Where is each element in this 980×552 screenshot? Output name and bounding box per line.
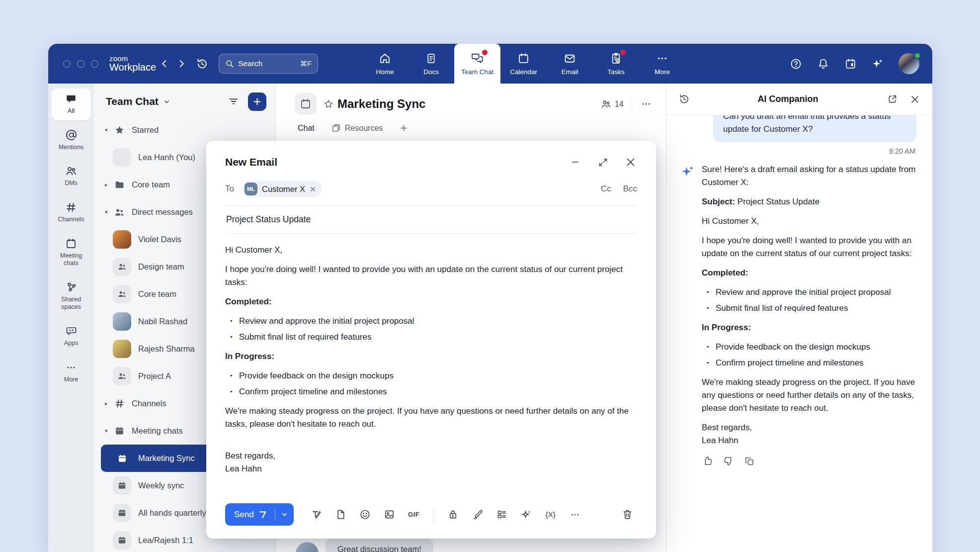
- filter-button[interactable]: [225, 93, 242, 110]
- bcc-button[interactable]: Bcc: [623, 184, 637, 194]
- chat-bubble-icon: [65, 93, 77, 104]
- attach-file-button[interactable]: [331, 505, 351, 525]
- toolbar-more-button[interactable]: [565, 505, 585, 525]
- ai-companion-button[interactable]: [871, 57, 884, 70]
- chevron-down-icon[interactable]: [163, 98, 170, 105]
- insert-image-button[interactable]: [380, 505, 400, 525]
- channel-more-button[interactable]: [640, 98, 652, 110]
- close-panel-button[interactable]: [908, 93, 921, 106]
- rail-item-mentions[interactable]: Mentions: [51, 125, 91, 157]
- thumbs-up-icon: [702, 456, 713, 466]
- signature-text: Lea Hahn: [225, 464, 262, 473]
- collapse-arrow-icon[interactable]: ▾: [105, 127, 113, 133]
- search-input[interactable]: Search ⌘F: [219, 54, 318, 74]
- ai-conversation[interactable]: Can you draft an email that provides a s…: [666, 115, 932, 552]
- ai-compose-button[interactable]: [516, 505, 536, 525]
- notifications-button[interactable]: [817, 57, 829, 70]
- subject-field[interactable]: Project Status Update: [225, 206, 637, 234]
- copy-button[interactable]: [743, 455, 755, 467]
- window-controls[interactable]: [63, 60, 98, 68]
- variables-button[interactable]: {X}: [541, 505, 561, 525]
- signature-button[interactable]: [468, 505, 488, 525]
- tab-team-chat[interactable]: Team Chat: [454, 44, 500, 84]
- left-icon-rail: All Mentions DMs Channels Meeting chats: [48, 84, 94, 552]
- add-tab-button[interactable]: [400, 124, 408, 132]
- tab-calendar[interactable]: Calendar: [500, 44, 547, 84]
- rail-item-all[interactable]: All: [51, 89, 91, 120]
- rail-label: All: [68, 107, 75, 115]
- ai-in-progress-list: Provide feedback on the design mockups C…: [705, 341, 920, 369]
- rail-item-channels[interactable]: Channels: [51, 197, 91, 229]
- help-button[interactable]: [789, 57, 802, 70]
- expand-button[interactable]: [596, 156, 609, 169]
- tab-tasks[interactable]: Tasks: [593, 44, 639, 84]
- history-icon: [196, 58, 208, 70]
- back-button[interactable]: [156, 55, 173, 72]
- desktop-background: zoom Workplace Search ⌘F Home: [0, 0, 980, 552]
- send-options-button[interactable]: [275, 503, 294, 526]
- window-close-button[interactable]: [63, 60, 71, 68]
- template-button[interactable]: [492, 505, 512, 525]
- rail-item-apps[interactable]: Apps: [51, 321, 91, 353]
- member-count[interactable]: 14: [601, 99, 624, 109]
- gif-button[interactable]: GIF: [404, 505, 424, 525]
- forward-button[interactable]: [173, 55, 190, 72]
- text-format-button[interactable]: [307, 505, 327, 525]
- search-placeholder: Search: [238, 59, 262, 68]
- minimize-button[interactable]: [569, 156, 581, 169]
- rail-item-meeting-chats[interactable]: Meeting chats: [51, 233, 91, 273]
- presence-indicator: [914, 52, 921, 59]
- recipients-field[interactable]: To ML Customer X Cc Bcc: [225, 181, 637, 206]
- recipient-chip[interactable]: ML Customer X: [242, 181, 322, 197]
- tab-email[interactable]: Email: [547, 44, 593, 84]
- window-minimize-button[interactable]: [77, 60, 84, 68]
- open-in-new-button[interactable]: [886, 93, 898, 106]
- collapse-arrow-icon[interactable]: ▸: [105, 400, 113, 407]
- tab-more[interactable]: More: [639, 44, 685, 84]
- sidebar-title[interactable]: Team Chat: [106, 95, 159, 107]
- subject-value: Project Status Update: [737, 197, 819, 206]
- file-icon: [335, 509, 346, 520]
- user-avatar[interactable]: [898, 53, 919, 74]
- rail-label: Mentions: [59, 144, 84, 152]
- calendar-today-button[interactable]: [844, 57, 857, 70]
- collapse-arrow-icon[interactable]: ▾: [105, 209, 113, 215]
- more-icon: [656, 52, 668, 65]
- email-body-editor[interactable]: Hi Customer X, I hope you're doing well!…: [225, 234, 637, 497]
- rail-item-dms[interactable]: DMs: [51, 161, 91, 192]
- meeting-icon: [113, 504, 131, 522]
- sidebar-group-starred[interactable]: ▾ Starred: [101, 116, 268, 144]
- history-icon: [678, 93, 690, 105]
- tab-home[interactable]: Home: [362, 44, 408, 84]
- thumbs-down-button[interactable]: [723, 455, 735, 467]
- window-zoom-button[interactable]: [91, 60, 98, 68]
- avatar: [113, 230, 131, 249]
- close-button[interactable]: [624, 156, 637, 169]
- rail-item-shared-spaces[interactable]: Shared spaces: [51, 277, 91, 316]
- encryption-button[interactable]: E: [443, 505, 463, 525]
- collapse-arrow-icon[interactable]: ▾: [105, 428, 113, 434]
- sidebar-item-label: Channels: [132, 399, 166, 408]
- collapse-arrow-icon[interactable]: ▸: [105, 182, 113, 188]
- tab-chat[interactable]: Chat: [298, 124, 315, 133]
- list-item: Submit final list of required features: [705, 302, 920, 315]
- remove-recipient-button[interactable]: [310, 186, 316, 192]
- star-icon: [114, 125, 125, 135]
- list-item: Provide feedback on the design mockups: [705, 341, 920, 354]
- history-button[interactable]: [193, 55, 211, 73]
- thumbs-up-button[interactable]: [702, 455, 714, 467]
- star-channel-button[interactable]: [324, 99, 333, 109]
- new-chat-button[interactable]: [248, 92, 266, 111]
- tab-docs[interactable]: Docs: [408, 44, 454, 84]
- body-completed-label: Completed:: [225, 295, 637, 308]
- send-button[interactable]: Send: [225, 503, 275, 526]
- member-count-value: 14: [615, 99, 624, 109]
- ai-history-button[interactable]: [677, 93, 690, 106]
- discard-draft-button[interactable]: [617, 505, 637, 525]
- emoji-button[interactable]: [355, 505, 375, 525]
- chevron-down-icon: [281, 511, 288, 518]
- tab-resources-label: Resources: [345, 124, 383, 133]
- rail-item-more[interactable]: More: [51, 357, 91, 389]
- tab-resources[interactable]: Resources: [331, 123, 383, 133]
- cc-button[interactable]: Cc: [601, 184, 611, 194]
